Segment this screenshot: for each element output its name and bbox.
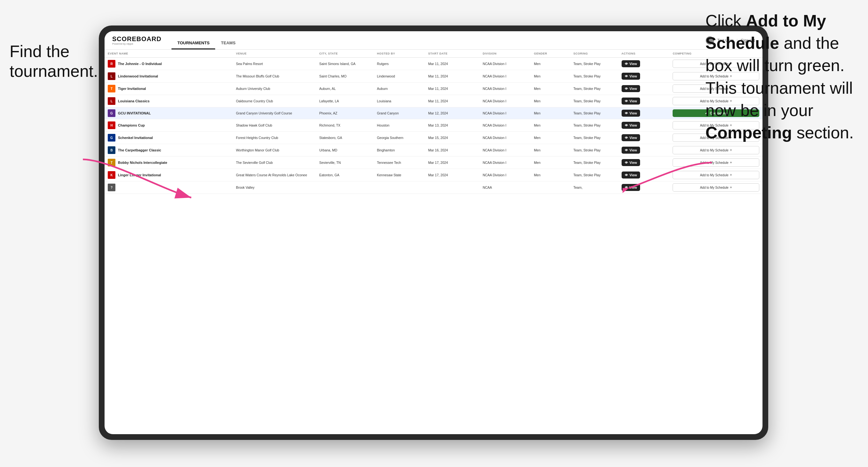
division-cell: NCAA Division I (479, 169, 531, 181)
event-name-cell: H Champions Cup (104, 119, 233, 132)
division-cell: NCAA Division I (479, 119, 531, 132)
date-cell (425, 181, 479, 194)
school-logo: G (108, 134, 115, 142)
actions-cell: 👁 View (618, 132, 670, 144)
event-title: Tiger Invitational (118, 87, 146, 91)
city-cell: Eatonton, GA (316, 169, 374, 181)
event-name-cell: L Louisiana Classics (104, 95, 233, 107)
add-to-schedule-button[interactable]: Add to My Schedule + (673, 146, 759, 154)
host-cell: Grand Canyon (374, 107, 425, 119)
city-cell: Urbana, MD (316, 144, 374, 157)
scoring-cell: Team, Stroke Play (570, 169, 618, 181)
table-container: EVENT NAME VENUE CITY, STATE HOSTED BY S… (104, 50, 763, 434)
table-row: L Lindenwood Invitational The Missouri B… (104, 70, 763, 83)
gender-cell (531, 181, 570, 194)
gender-cell: Men (531, 144, 570, 157)
app-header: SCOREBOARD Powered by clippd TOURNAMENTS… (104, 31, 763, 50)
scoring-cell: Team, Stroke Play (570, 70, 618, 83)
city-cell: Lafayette, LA (316, 95, 374, 107)
eye-icon: 👁 (625, 62, 628, 66)
host-cell: Kennesaw State (374, 169, 425, 181)
left-arrow (76, 153, 198, 204)
view-button[interactable]: 👁 View (622, 110, 641, 117)
date-cell: Mar 12, 2024 (425, 107, 479, 119)
date-cell: Mar 17, 2024 (425, 157, 479, 169)
tablet-screen: SCOREBOARD Powered by clippd TOURNAMENTS… (104, 31, 763, 434)
host-cell: Tennessee Tech (374, 157, 425, 169)
col-header-division: DIVISION (479, 50, 531, 58)
logo-title: SCOREBOARD (112, 36, 161, 42)
actions-cell: 👁 View (618, 58, 670, 70)
right-arrow (623, 156, 718, 194)
actions-cell: 👁 View (618, 83, 670, 95)
table-row: B The Carpetbagger Classic Worthington M… (104, 144, 763, 157)
host-cell: Rutgers (374, 58, 425, 70)
date-cell: Mar 11, 2024 (425, 58, 479, 70)
eye-icon: 👁 (625, 124, 628, 127)
table-row: G Schenkel Invitational Forest Heights C… (104, 132, 763, 144)
actions-cell: 👁 View (618, 119, 670, 132)
host-cell: Lindenwood (374, 70, 425, 83)
event-title: Champions Cup (118, 123, 145, 127)
eye-icon: 👁 (625, 87, 628, 91)
view-button[interactable]: 👁 View (622, 134, 641, 141)
school-logo: L (108, 72, 115, 80)
table-row: T Tiger Invitational Auburn University C… (104, 83, 763, 95)
actions-cell: 👁 View (618, 107, 670, 119)
plus-icon: + (730, 160, 732, 165)
col-header-date: START DATE (425, 50, 479, 58)
event-name-cell: L Lindenwood Invitational (104, 70, 233, 83)
date-cell: Mar 16, 2024 (425, 144, 479, 157)
gender-cell: Men (531, 132, 570, 144)
venue-cell: Forest Heights Country Club (233, 132, 316, 144)
col-header-event: EVENT NAME (104, 50, 233, 58)
eye-icon: 👁 (625, 99, 628, 103)
gender-cell: Men (531, 58, 570, 70)
gender-cell: Men (531, 70, 570, 83)
view-button[interactable]: 👁 View (622, 85, 641, 92)
tablet-frame: SCOREBOARD Powered by clippd TOURNAMENTS… (99, 26, 768, 440)
eye-icon: 👁 (625, 112, 628, 115)
plus-icon: + (730, 173, 732, 177)
city-cell: Statesboro, GA (316, 132, 374, 144)
view-button[interactable]: 👁 View (622, 147, 641, 154)
logo-area: SCOREBOARD Powered by clippd (112, 36, 161, 45)
division-cell: NCAA Division I (479, 83, 531, 95)
view-button[interactable]: 👁 View (622, 97, 641, 104)
gender-cell: Men (531, 95, 570, 107)
tab-tournaments[interactable]: TOURNAMENTS (172, 31, 215, 50)
event-name-cell: R The Johnnie - O Individual (104, 58, 233, 70)
gender-cell: Men (531, 107, 570, 119)
school-logo: G (108, 110, 115, 117)
view-button[interactable]: 👁 View (622, 122, 641, 129)
city-cell: Richmond, TX (316, 119, 374, 132)
school-logo: T (108, 85, 115, 92)
venue-cell: Oakbourne Country Club (233, 95, 316, 107)
venue-cell: Auburn University Club (233, 83, 316, 95)
tab-teams[interactable]: TEAMS (215, 31, 241, 50)
view-button[interactable]: 👁 View (622, 60, 641, 67)
event-title: Louisiana Classics (118, 99, 150, 103)
gender-cell: Men (531, 169, 570, 181)
view-button[interactable]: 👁 View (622, 73, 641, 80)
annotation-left: Find thetournament. (9, 41, 99, 81)
table-row: L Louisiana Classics Oakbourne Country C… (104, 95, 763, 107)
annotation-right: Click Add to My Schedule and the box wil… (706, 9, 859, 144)
city-cell: Phoenix, AZ (316, 107, 374, 119)
competing-cell: Add to My Schedule + (670, 144, 763, 157)
col-header-scoring: SCORING (570, 50, 618, 58)
venue-cell: Sea Palms Resort (233, 58, 316, 70)
venue-cell: Grand Canyon University Golf Course (233, 107, 316, 119)
city-cell: Saint Simons Island, GA (316, 58, 374, 70)
gender-cell: Men (531, 83, 570, 95)
venue-cell: Great Waters Course At Reynolds Lake Oco… (233, 169, 316, 181)
event-title: GCU INVITATIONAL (118, 111, 151, 115)
col-header-host: HOSTED BY (374, 50, 425, 58)
date-cell: Mar 15, 2024 (425, 132, 479, 144)
venue-cell: The Sevierville Golf Club (233, 157, 316, 169)
division-cell: NCAA Division I (479, 132, 531, 144)
division-cell: NCAA Division I (479, 95, 531, 107)
city-cell: Sevierville, TN (316, 157, 374, 169)
scoring-cell: Team, Stroke Play (570, 83, 618, 95)
scoring-cell: Team, Stroke Play (570, 119, 618, 132)
